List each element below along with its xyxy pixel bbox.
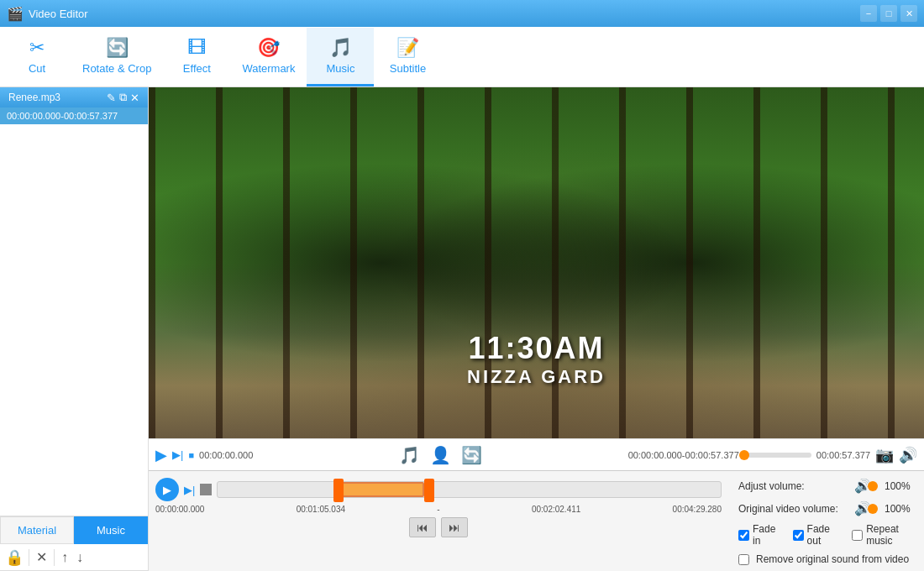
original-volume-label: Original video volume:	[738, 503, 848, 515]
current-time: 00:00:00.000	[199, 450, 253, 460]
original-volume-thumb[interactable]	[868, 504, 878, 514]
bottom-area: ▶ ▶| 00:00:00.000 00:01:05.034-00:02:02.…	[149, 470, 924, 571]
step-play-button[interactable]: ▶|	[172, 448, 183, 461]
video-timestamp: 11:30AM	[467, 331, 606, 366]
adjust-volume-label: Adjust volume:	[738, 480, 848, 492]
lock-icon[interactable]: 🔒	[5, 548, 24, 567]
volume-control-icon[interactable]: 🔊	[899, 446, 917, 464]
panel-tab-music[interactable]: Music	[74, 516, 148, 544]
main-layout: Renee.mp3 ✎ ⧉ ✕ 00:00:00.000-00:00:57.37…	[0, 87, 924, 571]
panel-toolbar: 🔒 ✕ ↑ ↓	[0, 544, 148, 571]
ts-end: 00:04:29.280	[673, 505, 722, 514]
stop-button[interactable]: ■	[188, 450, 194, 460]
timerange-text: 00:00:00.000-00:00:57.377	[7, 111, 118, 121]
fade-in-item: Fade in	[738, 523, 778, 547]
timeline-thumb-left[interactable]	[333, 479, 344, 502]
video-area: 11:30AM NIZZA GARD ▶ ▶| ■ 00:00:00.000 🎵…	[149, 87, 924, 571]
play-button[interactable]: ▶	[155, 446, 167, 464]
screenshot-icon[interactable]: 📷	[875, 446, 894, 464]
add-music-icon[interactable]: 🎵	[399, 445, 420, 465]
tab-rotate[interactable]: 🔄 Rotate & Crop	[71, 28, 163, 86]
fade-in-checkbox[interactable]	[738, 530, 749, 541]
close-file-button[interactable]: ✕	[130, 91, 139, 104]
effect-icon: 🎞	[187, 37, 206, 59]
title-bar: 🎬 Video Editor − □ ✕	[0, 0, 924, 27]
original-volume-row: Original video volume: 🔊 100%	[738, 500, 914, 516]
edit-file-button[interactable]: ✎	[107, 91, 116, 104]
panel-tab-material[interactable]: Material	[0, 516, 74, 544]
window-controls: − □ ✕	[860, 5, 917, 22]
video-overlay: 11:30AM NIZZA GARD	[467, 331, 606, 388]
progress-thumb[interactable]	[739, 450, 749, 460]
adjust-volume-pct: 100%	[885, 480, 914, 492]
delete-button[interactable]: ✕	[34, 547, 49, 567]
file-list	[0, 124, 148, 516]
tab-watermark-label: Watermark	[242, 62, 295, 75]
tab-effect[interactable]: 🎞 Effect	[163, 28, 230, 86]
tab-cut-label: Cut	[29, 62, 45, 75]
panel-tabs: Material Music	[0, 516, 148, 544]
duration-display: 00:00:57.377	[816, 450, 870, 460]
timeline-thumb-right[interactable]	[424, 479, 434, 502]
video-player: 11:30AM NIZZA GARD	[149, 87, 924, 438]
timeline-step-button[interactable]: ▶|	[184, 484, 195, 496]
toolbar: ✂ Cut 🔄 Rotate & Crop 🎞 Effect 🎯 Waterma…	[0, 27, 924, 87]
timeline-timestamps: 00:00:00.000 00:01:05.034-00:02:02.411 0…	[155, 505, 722, 514]
tab-cut[interactable]: ✂ Cut	[3, 28, 71, 86]
end-time: 00:00:57.377	[685, 450, 739, 460]
add-person-icon[interactable]: 👤	[430, 445, 451, 465]
remove-sound-label: Remove original sound from video	[756, 553, 909, 565]
separator	[29, 549, 29, 566]
tab-music-label: Music	[326, 62, 354, 75]
timeline-play-button[interactable]: ▶	[155, 478, 179, 501]
close-button[interactable]: ✕	[900, 5, 917, 22]
fade-in-label: Fade in	[753, 523, 778, 547]
ts-segment: 00:01:05.034	[297, 505, 345, 514]
timeline-segment	[333, 482, 424, 497]
start-time: 00:00:00.000	[628, 450, 682, 460]
repeat-music-checkbox[interactable]	[852, 530, 863, 541]
timeline-controls: ▶ ▶|	[155, 478, 722, 501]
maximize-button[interactable]: □	[880, 5, 897, 22]
fade-out-checkbox[interactable]	[793, 530, 804, 541]
ts-start: 00:00:00.000	[155, 505, 204, 514]
timeline-section: ▶ ▶| 00:00:00.000 00:01:05.034-00:02:02.…	[149, 471, 728, 571]
minimize-button[interactable]: −	[860, 5, 877, 22]
ts-segment-end: 00:02:02.411	[532, 505, 580, 514]
timeline-stop-button[interactable]	[200, 484, 212, 495]
repeat-music-item: Repeat music	[852, 523, 914, 547]
file-tab: Renee.mp3 ✎ ⧉ ✕	[0, 87, 148, 107]
cut-icon: ✂	[29, 37, 45, 59]
tab-music[interactable]: 🎵 Music	[307, 28, 374, 86]
clone-file-button[interactable]: ⧉	[119, 91, 127, 104]
fade-out-label: Fade out	[807, 523, 837, 547]
frame-buttons: ⏮ ⏭	[155, 517, 722, 537]
left-panel: Renee.mp3 ✎ ⧉ ✕ 00:00:00.000-00:00:57.37…	[0, 87, 149, 571]
filename: Renee.mp3	[8, 92, 60, 103]
music-icon: 🎵	[329, 37, 352, 59]
timeline-track[interactable]	[217, 481, 722, 498]
right-controls: Adjust volume: 🔊 100% Original video vol…	[728, 471, 924, 571]
remove-sound-row: Remove original sound from video	[738, 553, 914, 565]
subtitle-icon: 📝	[396, 37, 419, 59]
playback-bar: ▶ ▶| ■ 00:00:00.000 🎵 👤 🔄 00:00:00.000-0…	[149, 438, 924, 470]
repeat-music-label: Repeat music	[866, 523, 914, 547]
tab-watermark[interactable]: 🎯 Watermark	[230, 28, 307, 86]
refresh-icon[interactable]: 🔄	[461, 445, 482, 465]
file-timerange: 00:00:00.000-00:00:57.377	[0, 107, 148, 124]
checkbox-row: Fade in Fade out Repeat music	[738, 523, 914, 547]
move-down-button[interactable]: ↓	[75, 548, 85, 567]
progress-track[interactable]	[744, 453, 811, 458]
tab-effect-label: Effect	[183, 62, 211, 75]
tab-subtitle[interactable]: 📝 Subtitle	[374, 28, 441, 86]
adjust-volume-row: Adjust volume: 🔊 100%	[738, 478, 914, 494]
app-title: Video Editor	[29, 8, 88, 20]
adjust-volume-thumb[interactable]	[868, 481, 878, 491]
move-up-button[interactable]: ↑	[60, 548, 70, 567]
remove-sound-checkbox[interactable]	[738, 554, 749, 565]
prev-frame-button[interactable]: ⏮	[409, 517, 436, 537]
video-subtitle: NIZZA GARD	[467, 366, 606, 388]
center-icons: 🎵 👤 🔄	[399, 445, 482, 465]
tab-subtitle-label: Subtitle	[390, 62, 426, 75]
next-frame-button[interactable]: ⏭	[441, 517, 468, 537]
